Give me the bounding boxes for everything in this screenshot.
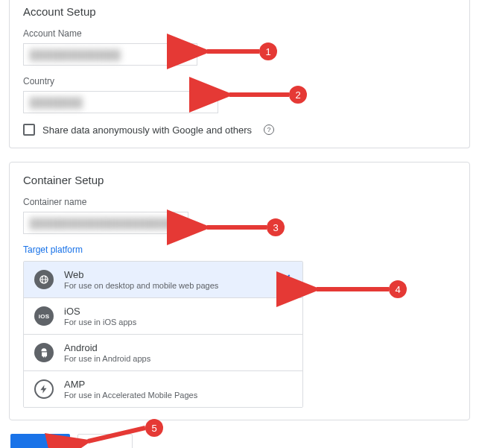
- container-setup-title: Container Setup: [23, 174, 456, 186]
- android-icon: [34, 343, 54, 362]
- svg-point-1: [45, 350, 45, 350]
- annotation-badge-5: 5: [145, 419, 163, 437]
- platform-desc: For use in Android apps: [64, 354, 292, 363]
- annotation-badge-2: 2: [289, 86, 307, 104]
- annotation-badge-1: 1: [259, 42, 277, 60]
- check-icon: [277, 271, 292, 288]
- container-name-value: ████████████████████: [30, 218, 182, 229]
- platform-title: AMP: [64, 379, 292, 390]
- cancel-button[interactable]: [77, 434, 133, 448]
- country-select[interactable]: ███████: [23, 91, 218, 113]
- ios-icon: iOS: [34, 306, 54, 326]
- annotation-badge-4: 4: [389, 280, 407, 298]
- target-platform-label: Target platform: [23, 244, 456, 255]
- country-label: Country: [23, 76, 456, 86]
- container-name-input[interactable]: ████████████████████: [23, 212, 188, 234]
- country-field: Country ███████: [23, 76, 456, 113]
- platform-text: Web For use on desktop and mobile web pa…: [64, 269, 267, 290]
- account-name-value: ████████████: [30, 49, 121, 60]
- country-value: ███████: [30, 97, 83, 108]
- svg-point-0: [42, 350, 43, 350]
- platform-title: Android: [64, 342, 292, 353]
- container-name-field: Container name ████████████████████: [23, 197, 456, 234]
- account-setup-title: Account Setup: [23, 5, 456, 18]
- share-data-row[interactable]: Share data anonymously with Google and o…: [23, 124, 456, 136]
- container-name-label: Container name: [23, 197, 456, 207]
- share-data-label: Share data anonymously with Google and o…: [42, 124, 252, 136]
- account-name-input[interactable]: ████████████: [23, 43, 197, 66]
- account-setup-card: Account Setup Account Name ████████████ …: [9, 0, 470, 148]
- button-row: [10, 434, 479, 448]
- globe-icon: [34, 270, 54, 289]
- platform-title: iOS: [64, 306, 292, 317]
- platform-item-ios[interactable]: iOS iOS For use in iOS apps: [24, 297, 302, 334]
- create-button[interactable]: [10, 434, 70, 448]
- chevron-down-icon: [204, 101, 212, 104]
- annotation-badge-3: 3: [267, 218, 285, 236]
- platform-item-web[interactable]: Web For use on desktop and mobile web pa…: [24, 262, 302, 297]
- share-data-checkbox[interactable]: [23, 124, 35, 136]
- amp-icon: [34, 379, 54, 399]
- platform-desc: For use in Accelerated Mobile Pages: [64, 391, 292, 400]
- platform-list: Web For use on desktop and mobile web pa…: [23, 261, 303, 408]
- account-name-field: Account Name ████████████: [23, 28, 456, 66]
- platform-item-android[interactable]: Android For use in Android apps: [24, 334, 302, 370]
- help-icon[interactable]: ?: [264, 124, 274, 135]
- platform-text: AMP For use in Accelerated Mobile Pages: [64, 379, 292, 400]
- platform-text: Android For use in Android apps: [64, 342, 292, 363]
- platform-title: Web: [64, 269, 267, 280]
- platform-item-amp[interactable]: AMP For use in Accelerated Mobile Pages: [24, 370, 302, 407]
- platform-desc: For use on desktop and mobile web pages: [64, 281, 267, 290]
- platform-text: iOS For use in iOS apps: [64, 306, 292, 326]
- account-name-label: Account Name: [23, 28, 456, 39]
- platform-desc: For use in iOS apps: [64, 318, 292, 326]
